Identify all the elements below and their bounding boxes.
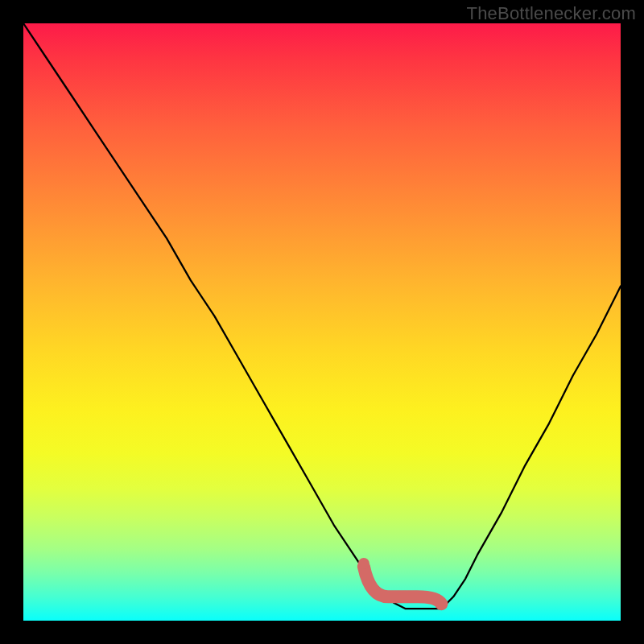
bottleneck-curve	[23, 23, 621, 609]
optimal-range-marker	[364, 567, 442, 604]
optimal-range-start-dot	[358, 558, 369, 569]
chart-frame: TheBottlenecker.com	[0, 0, 644, 644]
plot-area	[23, 23, 621, 621]
chart-svg	[23, 23, 621, 621]
watermark-text: TheBottlenecker.com	[467, 3, 636, 24]
